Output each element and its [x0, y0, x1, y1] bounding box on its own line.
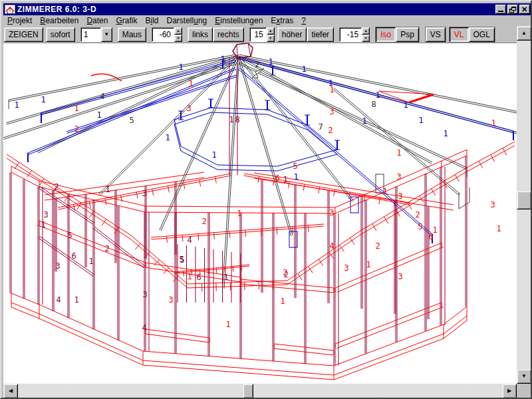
member-number-label: 4: [56, 295, 61, 305]
member-number-label: 4: [329, 241, 334, 251]
scroll-left-icon: ◀: [9, 388, 13, 394]
height-spin-down-button[interactable]: ▼: [267, 35, 275, 42]
rotate-spinner-value[interactable]: -60: [152, 27, 174, 42]
maus-button[interactable]: Maus: [118, 27, 146, 42]
menu-item-daten[interactable]: Daten: [82, 15, 112, 26]
menu-item-darstellung[interactable]: Darstellung: [163, 15, 211, 26]
member-number-label: 6: [428, 232, 433, 241]
member-number-label: 1: [491, 118, 495, 128]
member-number-label: 1: [301, 65, 306, 74]
member-number-label: 1: [211, 150, 216, 160]
member-number-label: 2: [415, 210, 420, 219]
vertical-scroll-thumb[interactable]: [517, 191, 531, 209]
rechts-button[interactable]: rechts: [213, 27, 244, 42]
scroll-up-button[interactable]: ▲: [517, 26, 531, 41]
minimize-button[interactable]: [495, 5, 506, 14]
menu-item-extras[interactable]: Extras: [267, 15, 297, 26]
view-select[interactable]: 1 ▼: [80, 27, 112, 42]
height-spin-up-button[interactable]: ▲: [267, 27, 275, 35]
scroll-up-icon: ▲: [521, 31, 527, 36]
member-number-label: 4: [142, 323, 146, 332]
member-number-label: 1: [375, 90, 380, 100]
member-number-label: 3: [142, 290, 147, 299]
member-number-label: 1: [362, 116, 366, 126]
chevron-down-icon: ▼: [104, 32, 109, 37]
member-number-label: 1: [382, 187, 387, 196]
member-number-label: 2: [74, 124, 78, 134]
ogl-toggle-button[interactable]: OGL: [469, 27, 495, 42]
spin-down-icon: ▼: [177, 35, 180, 41]
tiefer-button[interactable]: tiefer: [307, 27, 334, 42]
member-number-label: 3: [329, 208, 334, 217]
rotate-spin-down-button[interactable]: ▼: [174, 35, 182, 42]
view-select-dropdown-button[interactable]: ▼: [101, 27, 112, 42]
menu-item-?[interactable]: ?: [297, 15, 310, 26]
menu-item-einstellungen[interactable]: Einstellungen: [211, 15, 267, 26]
member-number-label: 4: [100, 92, 104, 101]
horizontal-scroll-track[interactable]: [18, 384, 502, 398]
rotate-spin-up-button[interactable]: ▲: [174, 27, 182, 35]
member-number-label: 7: [318, 122, 323, 132]
member-number-label: 2: [201, 217, 206, 226]
app-icon[interactable]: [5, 5, 15, 14]
member-number-label: 5: [179, 255, 184, 264]
member-number-label: 1: [496, 224, 501, 233]
member-number-label: 1: [225, 320, 230, 329]
vl-toggle-button[interactable]: VL: [450, 27, 469, 42]
links-button[interactable]: links: [188, 27, 213, 42]
restore-button[interactable]: [507, 5, 518, 14]
member-number-label: 1: [220, 55, 225, 64]
drawing-canvas[interactable]: 1111111111111111452871213312131133251634…: [3, 43, 517, 384]
member-number-label: 8: [371, 100, 376, 109]
scroll-left-button[interactable]: ◀: [3, 384, 18, 398]
psp-toggle-button[interactable]: Psp: [396, 27, 419, 42]
member-number-label: 2: [104, 244, 109, 253]
menu-item-bearbeiten[interactable]: Bearbeiten: [36, 15, 82, 26]
iso-toggle-button[interactable]: Iso: [376, 27, 396, 42]
menu-item-grafik[interactable]: Grafik: [112, 15, 141, 26]
member-number-label: 1: [223, 273, 228, 282]
menu-item-bild[interactable]: Bild: [141, 15, 162, 26]
sofort-button[interactable]: sofort: [46, 27, 75, 42]
scrollbar-corner: [517, 384, 531, 398]
title-bar[interactable]: ZIMMERER 6.0: 3-D ✕: [3, 3, 531, 15]
view-select-value[interactable]: 1: [80, 27, 101, 42]
member-number-label: 5: [129, 116, 134, 125]
member-number-label: 3: [398, 192, 402, 201]
member-number-label: 1: [41, 95, 45, 104]
horizontal-scrollbar[interactable]: ◀ ▶: [3, 384, 517, 398]
scroll-right-button[interactable]: ▶: [502, 384, 517, 398]
tilt-spinner[interactable]: -15 ▲ ▼: [339, 27, 370, 42]
app-window: ZIMMERER 6.0: 3-D ✕ ProjektBearbeitenDat…: [0, 0, 532, 399]
tilt-spin-down-button[interactable]: ▼: [362, 35, 370, 42]
member-number-label: 3: [329, 107, 334, 116]
horizontal-scroll-thumb[interactable]: [243, 384, 253, 398]
height-spinner-value[interactable]: 15: [249, 27, 267, 42]
vs-toggle-button[interactable]: VS: [426, 27, 446, 42]
height-spinner[interactable]: 15 ▲ ▼: [249, 27, 275, 42]
menu-item-projekt[interactable]: Projekt: [3, 15, 36, 26]
member-number-label: 1: [280, 297, 285, 306]
tilt-spin-up-button[interactable]: ▲: [362, 27, 370, 35]
vertical-scrollbar[interactable]: ▲ ▼: [517, 26, 531, 384]
tilt-spinner-value[interactable]: -15: [339, 27, 362, 42]
toolbar: ZEIGEN sofort 1 ▼ Maus -60 ▲ ▼ links rec…: [3, 26, 517, 43]
minimize-icon: [498, 11, 503, 12]
member-number-label: 4: [187, 235, 192, 245]
rotate-spinner[interactable]: -60 ▲ ▼: [152, 27, 182, 42]
close-button[interactable]: ✕: [519, 5, 530, 14]
member-number-label: 1: [293, 172, 298, 182]
member-number-label: 1: [187, 272, 192, 281]
scroll-down-button[interactable]: ▼: [517, 369, 531, 384]
hoeher-button[interactable]: höher: [277, 27, 307, 42]
member-number-label: 1: [74, 295, 78, 305]
member-number-label: 1: [14, 100, 19, 110]
member-number-label: 8: [235, 115, 239, 124]
member-number-label: 5: [67, 231, 72, 240]
member-number-label: 5: [418, 222, 422, 231]
gazebo-wireframe-drawing: 1111111111111111452871213312131133251634…: [3, 43, 517, 384]
member-number-label: 3: [344, 263, 348, 273]
member-number-label: 3: [186, 104, 191, 113]
zeigen-button[interactable]: ZEIGEN: [4, 27, 43, 42]
member-number-label: 1: [418, 116, 423, 125]
